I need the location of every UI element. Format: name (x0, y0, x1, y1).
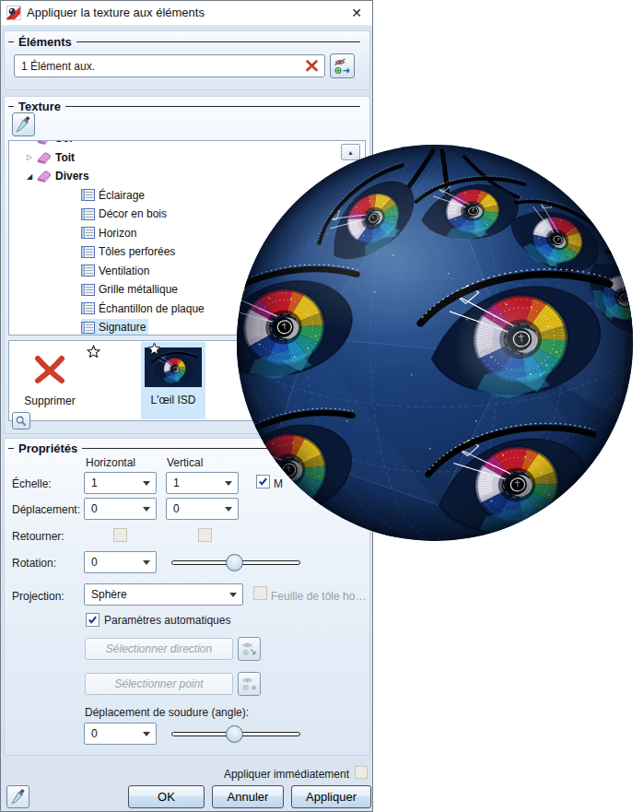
combo-arrow-icon (143, 481, 150, 489)
tree-item-label: Éclairage (99, 189, 145, 202)
application-canvas: Appliquer la texture aux éléments ✕ Élém… (0, 0, 644, 812)
tree-item-label: Échantillon de plaque (99, 302, 205, 315)
tree-item-label: Signature (99, 321, 146, 334)
scale-label: Échelle: (12, 477, 52, 490)
flip-v-checkbox (198, 528, 212, 542)
apply-button[interactable]: Appliquer (291, 785, 371, 808)
weld-offset-slider[interactable] (171, 725, 300, 741)
book-icon (36, 140, 52, 145)
flip-label: Retourner: (12, 530, 64, 543)
weld-offset-label: Déplacement de soudure (angle): (85, 706, 249, 719)
texture-table-icon (81, 302, 95, 314)
dialog-title: Appliquer la texture aux éléments (27, 6, 205, 19)
elements-group-label: Éléments (18, 35, 72, 49)
gallery-item-eye-isd[interactable]: L'œil ISD (141, 342, 205, 419)
gallery-zoom-button[interactable] (12, 412, 30, 430)
tree-item-label: Ventilation (99, 265, 149, 277)
sheet-metal-label: Feuille de tôle ho… (271, 590, 366, 603)
delete-x-icon (31, 354, 68, 389)
tree-item-label: Grille métallique (99, 283, 178, 296)
offset-h-combo[interactable]: 0 (84, 498, 157, 520)
tree-item-label: Toit (55, 151, 75, 164)
star-outline-icon[interactable] (87, 345, 100, 361)
gallery-item-delete[interactable]: Supprimer (15, 343, 107, 420)
apply-immediately-checkbox[interactable] (355, 766, 368, 779)
eyedropper-icon (11, 789, 26, 805)
texture-table-icon (81, 208, 95, 220)
texture-table-icon (81, 284, 95, 296)
footer-eyedropper-button[interactable] (6, 785, 29, 808)
scale-v-combo[interactable]: 1 (166, 472, 239, 494)
rotation-slider[interactable] (171, 554, 300, 570)
sheet-metal-checkbox (253, 586, 267, 600)
auto-params-label: Paramètres automatiques (104, 614, 230, 627)
select-elements-button[interactable] (330, 53, 355, 78)
3d-viewport-sphere[interactable] (236, 144, 634, 542)
star-filled-icon[interactable] (147, 342, 161, 359)
offset-label: Déplacement: (12, 503, 80, 516)
book-icon (36, 151, 52, 164)
combo-arrow-icon (225, 481, 232, 489)
tree-item-label: Décor en bois (99, 207, 167, 220)
eyedropper-icon (16, 116, 31, 133)
tree-item-label: Divers (55, 170, 89, 182)
texture-table-icon (81, 265, 95, 277)
texture-table-icon (81, 322, 95, 334)
texture-table-icon (81, 246, 95, 258)
column-header-vertical: Vertical (167, 456, 203, 469)
book-icon (36, 170, 52, 182)
gallery-item-label: Supprimer (15, 394, 85, 407)
ok-button[interactable]: OK (128, 785, 205, 808)
gallery-item-label: L'œil ISD (141, 394, 205, 406)
select-direction-button: Sélectionner direction (85, 638, 233, 660)
tree-item-label: Sol (55, 140, 73, 145)
elements-group-header: Éléments (8, 35, 360, 48)
combo-arrow-icon (143, 507, 150, 515)
texture-table-icon (81, 227, 95, 239)
pick-texture-button[interactable] (12, 112, 35, 136)
tree-item-label: Horizon (99, 227, 136, 240)
texture-group-header: Texture (8, 100, 360, 112)
app-icon (6, 6, 21, 20)
elements-field-value: 1 Élément aux. (21, 60, 95, 73)
combo-arrow-icon (143, 732, 150, 740)
select-point-button: Sélectionner point (85, 673, 233, 695)
combo-arrow-icon (143, 560, 150, 569)
cancel-button[interactable]: Annuler (212, 785, 284, 808)
elements-field[interactable]: 1 Élément aux. (14, 54, 325, 77)
pick-direction-button (238, 637, 261, 661)
pick-point-icon (241, 676, 258, 692)
select-elements-icon (334, 57, 352, 76)
slider-thumb[interactable] (226, 725, 243, 743)
rotation-label: Rotation: (12, 557, 56, 570)
scale-h-combo[interactable]: 1 (84, 472, 157, 494)
flip-h-checkbox (113, 528, 127, 542)
pick-direction-icon (241, 641, 258, 657)
texture-group-label: Texture (18, 100, 61, 113)
slider-thumb[interactable] (226, 554, 243, 571)
column-header-horizontal: Horizontal (86, 456, 135, 469)
weld-offset-combo[interactable]: 0 (84, 723, 157, 745)
texture-table-icon (81, 189, 95, 201)
offset-v-combo[interactable]: 0 (166, 498, 239, 520)
auto-params-checkbox[interactable] (86, 613, 100, 627)
expander-collapsed-icon[interactable]: ▷ (23, 153, 36, 161)
dialog-titlebar[interactable]: Appliquer la texture aux éléments ✕ (1, 1, 372, 26)
apply-immediately-label: Appliquer immédiatement (1, 768, 349, 781)
pick-point-button (238, 672, 261, 696)
rotation-combo[interactable]: 0 (84, 551, 157, 573)
expander-expanded-icon[interactable]: ◢ (23, 172, 36, 181)
combo-arrow-icon (229, 593, 237, 601)
close-icon[interactable]: ✕ (348, 5, 365, 21)
magnifier-icon (15, 415, 28, 428)
projection-label: Projection: (12, 590, 64, 603)
tree-item-label: Tôles perforées (99, 245, 175, 258)
combo-arrow-icon (225, 507, 232, 515)
clear-elements-icon[interactable] (304, 59, 320, 76)
check-icon (88, 615, 98, 625)
projection-combo[interactable]: Sphère (84, 583, 243, 606)
properties-group-label: Propriétés (18, 441, 77, 455)
